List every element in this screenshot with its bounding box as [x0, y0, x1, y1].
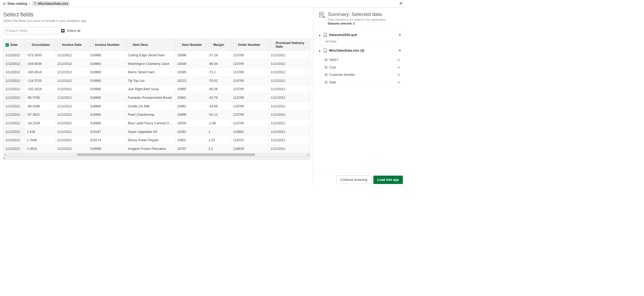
table-cell: 10215 [175, 77, 206, 85]
svg-line-3 [7, 31, 8, 32]
table-cell: -16.1534 [25, 119, 55, 127]
column-checkbox[interactable] [27, 43, 30, 47]
table-cell: 318960 [88, 68, 126, 76]
remove-field-button[interactable]: ✕ [397, 58, 400, 62]
chevron-up-icon[interactable]: ▲ [318, 49, 321, 52]
table-row[interactable]: 1/12/2012-68.43991/12/2012318960Gorilla … [4, 102, 310, 110]
table-cell: 319167 [88, 128, 126, 136]
remove-field-button[interactable]: ✕ [397, 65, 400, 70]
table-row[interactable]: 1/12/2012-85.57661/12/2012318960Fantasti… [4, 93, 310, 102]
scroll-right-icon[interactable]: ► [307, 153, 310, 156]
table-row[interactable]: 1/12/2012-16.15341/12/2012318960Blue Lab… [4, 119, 310, 127]
column-header-promised-delivery-date[interactable]: Promised Delivery Date [269, 39, 308, 51]
chevron-up-icon[interactable]: ▲ [318, 34, 321, 36]
table-cell: Imagine Frozen Pancakes [126, 145, 175, 153]
table-row[interactable]: 1/12/2012-102.33191/12/2012318960Just Ri… [4, 85, 310, 94]
column-checkbox[interactable] [271, 43, 274, 47]
table-cell: -52.12 [206, 111, 231, 119]
table-cell: 1/12/2012 [55, 145, 88, 153]
table-cell: 115785 [231, 94, 269, 102]
table-cell: 1 [206, 128, 231, 136]
search-field-wrap[interactable] [3, 27, 58, 34]
column-label: Date [10, 43, 17, 47]
table-row[interactable]: 1/12/2012-118.37031/12/2012318960Tip Top… [4, 76, 310, 85]
table-cell: 1/12/2012 [55, 102, 88, 110]
table-cell: Super Vegetable Oil [126, 128, 175, 136]
field-icon [325, 73, 327, 76]
dataset-header[interactable]: ▲XLSXMiscSalesData.xlsx (4)✕ [317, 46, 403, 56]
remove-field-button[interactable]: ✕ [397, 73, 400, 77]
table-cell: -85.5766 [25, 94, 55, 102]
dataset-header[interactable]: ▲QVDDatasets2020.qvd✕ [317, 30, 403, 40]
scrollbar-thumb[interactable] [77, 153, 255, 156]
column-header-item-number[interactable]: Item Number [175, 39, 206, 51]
field-icon [325, 66, 327, 69]
dataset-field-row: Cost✕ [324, 64, 402, 71]
horizontal-scrollbar[interactable]: ◄ ► [4, 153, 310, 156]
table-cell: 10898 [175, 111, 206, 119]
panel-resize-handle[interactable]: ◣ [3, 156, 311, 160]
column-checkbox[interactable] [57, 43, 61, 47]
column-header-order-number[interactable]: Order Number [231, 39, 269, 51]
field-name: %KEY [329, 58, 338, 62]
remove-field-button[interactable]: ✕ [397, 80, 400, 84]
table-row[interactable]: 1/12/2012-204.66381/12/2012318960Washing… [4, 59, 310, 68]
table-cell: 318960 [88, 77, 126, 85]
dataset-field-row: Customer Number✕ [324, 71, 402, 79]
column-label: Invoice Number [95, 43, 119, 47]
table-cell: 10385 [175, 68, 206, 76]
table-cell: -67.3822 [25, 111, 55, 119]
table-cell: 318960 [88, 85, 126, 94]
select-all-toggle[interactable]: Select all [61, 29, 80, 33]
page-title: Select fields [3, 11, 311, 18]
table-cell: 1/12/2012 [4, 119, 25, 127]
column-header-grosssales[interactable]: GrossSales [25, 39, 55, 51]
table-cell: 115785 [231, 102, 269, 110]
column-checkbox[interactable] [233, 43, 236, 47]
table-cell: -90.54 [206, 60, 231, 68]
table-row[interactable]: 1/12/20121.78481/12/2012319174Ebony Gree… [4, 136, 310, 144]
table-cell: 1/12/2012 [4, 128, 25, 136]
table-cell: 1/12/2012 [4, 51, 25, 59]
column-checkbox[interactable] [208, 43, 212, 47]
remove-dataset-button[interactable]: ✕ [398, 33, 402, 37]
table-cell: 10707 [175, 145, 206, 153]
table-cell: 1.7848 [25, 136, 55, 144]
close-button[interactable]: ✕ [399, 1, 403, 6]
remove-dataset-button[interactable]: ✕ [398, 48, 402, 53]
catalog-icon [3, 2, 6, 5]
column-checkbox[interactable] [177, 43, 180, 47]
continue-browsing-button[interactable]: Continue browsing [336, 176, 371, 184]
column-header-margin[interactable]: Margin [206, 39, 231, 51]
table-cell: 1/12/2012 [55, 85, 88, 94]
table-cell: 1/12/2012 [4, 111, 25, 119]
table-cell: 115785 [231, 77, 269, 85]
column-label: Margin [213, 43, 224, 47]
breadcrumb-current[interactable]: MiscSalesData.xlsx [32, 1, 70, 6]
column-header-item-desc[interactable]: Item Desc [126, 39, 175, 51]
table-cell: 1/12/2012 [55, 119, 88, 127]
table-cell: 10696 [175, 51, 206, 59]
table-row[interactable]: 1/12/20123.38241/12/2012319069Imagine Fr… [4, 144, 310, 153]
breadcrumb-separator: > [29, 2, 31, 5]
column-label: GrossSales [32, 43, 50, 47]
table-cell: -19.89 [206, 102, 231, 110]
table-cell: Tip Top Lox [126, 77, 175, 85]
column-checkbox[interactable] [5, 43, 9, 47]
column-checkbox[interactable] [128, 43, 131, 47]
table-row[interactable]: 1/12/2012-573.38351/12/2012318960Cutting… [4, 51, 310, 59]
table-cell: Cutting Edge Sliced Ham [126, 51, 175, 59]
table-row[interactable]: 1/12/2012-165.80161/12/2012318960Moms Sl… [4, 68, 310, 76]
column-header-date[interactable]: Date [4, 39, 25, 51]
table-row[interactable]: 1/12/20121.4381/12/2012319167Super Veget… [4, 127, 310, 136]
column-checkbox[interactable] [90, 43, 94, 47]
search-input[interactable] [8, 29, 56, 33]
table-cell: 115785 [231, 111, 269, 119]
column-header-invoice-number[interactable]: Invoice Number [88, 39, 126, 51]
breadcrumb-root[interactable]: Data catalog [8, 2, 27, 5]
column-header-invoice-date[interactable]: Invoice Date [55, 39, 88, 51]
scroll-left-icon[interactable]: ◄ [4, 153, 7, 156]
breadcrumb-current-label: MiscSalesData.xlsx [38, 2, 68, 5]
table-row[interactable]: 1/12/2012-67.38221/12/2012318960Pearl Ch… [4, 110, 310, 119]
load-into-app-button[interactable]: Load into app [373, 176, 403, 184]
